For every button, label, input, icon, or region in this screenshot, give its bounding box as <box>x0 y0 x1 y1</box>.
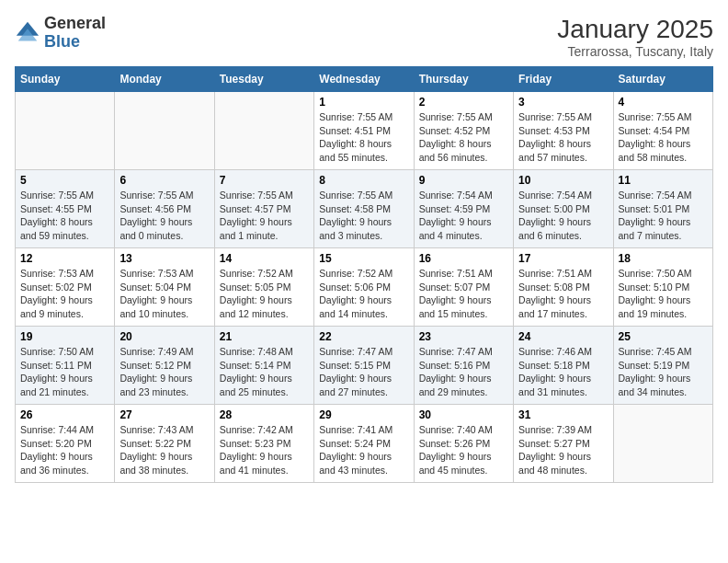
day-number: 24 <box>518 330 608 343</box>
day-info: Sunrise: 7:55 AM Sunset: 4:53 PM Dayligh… <box>518 110 608 165</box>
calendar-cell: 20Sunrise: 7:49 AM Sunset: 5:12 PM Dayli… <box>115 327 214 405</box>
day-info: Sunrise: 7:47 AM Sunset: 5:16 PM Dayligh… <box>419 345 508 399</box>
day-info: Sunrise: 7:53 AM Sunset: 5:02 PM Dayligh… <box>20 267 109 321</box>
logo-icon <box>15 20 40 46</box>
day-number: 17 <box>518 252 608 265</box>
day-info: Sunrise: 7:50 AM Sunset: 5:11 PM Dayligh… <box>20 345 109 399</box>
day-info: Sunrise: 7:47 AM Sunset: 5:15 PM Dayligh… <box>319 345 408 399</box>
logo-general-text: General <box>44 14 106 32</box>
day-info: Sunrise: 7:54 AM Sunset: 4:59 PM Dayligh… <box>419 189 508 243</box>
calendar-cell: 4Sunrise: 7:55 AM Sunset: 4:54 PM Daylig… <box>613 92 712 170</box>
calendar-cell: 19Sunrise: 7:50 AM Sunset: 5:11 PM Dayli… <box>16 327 115 405</box>
weekday-header: Sunday <box>16 67 115 92</box>
calendar-cell: 24Sunrise: 7:46 AM Sunset: 5:18 PM Dayli… <box>514 327 613 405</box>
day-number: 23 <box>419 330 508 343</box>
day-number: 13 <box>119 252 209 265</box>
day-info: Sunrise: 7:52 AM Sunset: 5:06 PM Dayligh… <box>319 267 408 321</box>
calendar-week-row: 26Sunrise: 7:44 AM Sunset: 5:20 PM Dayli… <box>16 405 713 483</box>
day-info: Sunrise: 7:48 AM Sunset: 5:14 PM Dayligh… <box>220 345 309 399</box>
calendar-cell: 11Sunrise: 7:54 AM Sunset: 5:01 PM Dayli… <box>613 170 712 248</box>
day-number: 4 <box>619 96 708 109</box>
day-number: 9 <box>419 174 508 187</box>
day-number: 3 <box>518 96 608 109</box>
day-number: 10 <box>518 174 608 187</box>
calendar-cell: 12Sunrise: 7:53 AM Sunset: 5:02 PM Dayli… <box>16 248 115 327</box>
day-info: Sunrise: 7:54 AM Sunset: 5:00 PM Dayligh… <box>518 189 608 243</box>
calendar-cell <box>115 92 214 170</box>
calendar-cell: 13Sunrise: 7:53 AM Sunset: 5:04 PM Dayli… <box>115 248 214 327</box>
day-number: 28 <box>220 408 309 421</box>
day-info: Sunrise: 7:42 AM Sunset: 5:23 PM Dayligh… <box>220 423 309 477</box>
calendar-cell: 26Sunrise: 7:44 AM Sunset: 5:20 PM Dayli… <box>16 405 115 483</box>
day-info: Sunrise: 7:51 AM Sunset: 5:08 PM Dayligh… <box>518 267 608 321</box>
calendar-cell: 28Sunrise: 7:42 AM Sunset: 5:23 PM Dayli… <box>214 405 313 483</box>
day-info: Sunrise: 7:55 AM Sunset: 4:54 PM Dayligh… <box>619 110 708 165</box>
day-info: Sunrise: 7:49 AM Sunset: 5:12 PM Dayligh… <box>119 345 209 399</box>
day-info: Sunrise: 7:43 AM Sunset: 5:22 PM Dayligh… <box>119 423 209 477</box>
calendar-cell: 18Sunrise: 7:50 AM Sunset: 5:10 PM Dayli… <box>613 248 712 327</box>
calendar-cell: 23Sunrise: 7:47 AM Sunset: 5:16 PM Dayli… <box>414 327 513 405</box>
calendar-table: SundayMondayTuesdayWednesdayThursdayFrid… <box>15 66 713 483</box>
calendar-week-row: 1Sunrise: 7:55 AM Sunset: 4:51 PM Daylig… <box>16 92 713 170</box>
day-number: 19 <box>20 330 109 343</box>
day-info: Sunrise: 7:55 AM Sunset: 4:56 PM Dayligh… <box>119 189 209 243</box>
calendar-cell: 10Sunrise: 7:54 AM Sunset: 5:00 PM Dayli… <box>514 170 613 248</box>
day-info: Sunrise: 7:53 AM Sunset: 5:04 PM Dayligh… <box>119 267 209 321</box>
weekday-header: Thursday <box>414 67 513 92</box>
calendar-cell <box>613 405 712 483</box>
calendar-cell: 29Sunrise: 7:41 AM Sunset: 5:24 PM Dayli… <box>314 405 414 483</box>
day-info: Sunrise: 7:51 AM Sunset: 5:07 PM Dayligh… <box>419 267 508 321</box>
day-number: 20 <box>119 330 209 343</box>
calendar-cell: 21Sunrise: 7:48 AM Sunset: 5:14 PM Dayli… <box>214 327 313 405</box>
day-number: 22 <box>319 330 408 343</box>
day-info: Sunrise: 7:55 AM Sunset: 4:55 PM Dayligh… <box>20 189 109 243</box>
day-info: Sunrise: 7:41 AM Sunset: 5:24 PM Dayligh… <box>319 423 408 477</box>
calendar-cell: 17Sunrise: 7:51 AM Sunset: 5:08 PM Dayli… <box>514 248 613 327</box>
calendar-cell <box>16 92 115 170</box>
calendar-cell: 16Sunrise: 7:51 AM Sunset: 5:07 PM Dayli… <box>414 248 513 327</box>
calendar-cell: 6Sunrise: 7:55 AM Sunset: 4:56 PM Daylig… <box>115 170 214 248</box>
calendar-cell: 31Sunrise: 7:39 AM Sunset: 5:27 PM Dayli… <box>514 405 613 483</box>
calendar-cell: 14Sunrise: 7:52 AM Sunset: 5:05 PM Dayli… <box>214 248 313 327</box>
calendar-cell <box>214 92 313 170</box>
weekday-header: Tuesday <box>214 67 313 92</box>
calendar-header-row: SundayMondayTuesdayWednesdayThursdayFrid… <box>16 67 713 92</box>
weekday-header: Monday <box>115 67 214 92</box>
day-number: 11 <box>619 174 708 187</box>
calendar-cell: 25Sunrise: 7:45 AM Sunset: 5:19 PM Dayli… <box>613 327 712 405</box>
day-info: Sunrise: 7:44 AM Sunset: 5:20 PM Dayligh… <box>20 423 109 477</box>
page-header: General Blue January 2025 Terrarossa, Tu… <box>15 15 713 59</box>
logo-blue-text: Blue <box>44 32 80 51</box>
calendar-week-row: 12Sunrise: 7:53 AM Sunset: 5:02 PM Dayli… <box>16 248 713 327</box>
day-number: 5 <box>20 174 109 187</box>
day-info: Sunrise: 7:50 AM Sunset: 5:10 PM Dayligh… <box>619 267 708 321</box>
day-number: 25 <box>619 330 708 343</box>
calendar-cell: 9Sunrise: 7:54 AM Sunset: 4:59 PM Daylig… <box>414 170 513 248</box>
calendar-cell: 7Sunrise: 7:55 AM Sunset: 4:57 PM Daylig… <box>214 170 313 248</box>
day-info: Sunrise: 7:52 AM Sunset: 5:05 PM Dayligh… <box>220 267 309 321</box>
calendar-week-row: 5Sunrise: 7:55 AM Sunset: 4:55 PM Daylig… <box>16 170 713 248</box>
day-number: 27 <box>119 408 209 421</box>
calendar-cell: 2Sunrise: 7:55 AM Sunset: 4:52 PM Daylig… <box>414 92 513 170</box>
day-info: Sunrise: 7:55 AM Sunset: 4:57 PM Dayligh… <box>220 189 309 243</box>
day-number: 15 <box>319 252 408 265</box>
title-block: January 2025 Terrarossa, Tuscany, Italy <box>557 15 713 59</box>
day-info: Sunrise: 7:40 AM Sunset: 5:26 PM Dayligh… <box>419 423 508 477</box>
day-number: 21 <box>220 330 309 343</box>
day-number: 29 <box>319 408 408 421</box>
calendar-cell: 22Sunrise: 7:47 AM Sunset: 5:15 PM Dayli… <box>314 327 414 405</box>
calendar-cell: 5Sunrise: 7:55 AM Sunset: 4:55 PM Daylig… <box>16 170 115 248</box>
day-info: Sunrise: 7:45 AM Sunset: 5:19 PM Dayligh… <box>619 345 708 399</box>
calendar-cell: 1Sunrise: 7:55 AM Sunset: 4:51 PM Daylig… <box>314 92 414 170</box>
calendar-cell: 15Sunrise: 7:52 AM Sunset: 5:06 PM Dayli… <box>314 248 414 327</box>
logo: General Blue <box>15 15 106 52</box>
calendar-cell: 30Sunrise: 7:40 AM Sunset: 5:26 PM Dayli… <box>414 405 513 483</box>
day-number: 8 <box>319 174 408 187</box>
weekday-header: Saturday <box>613 67 712 92</box>
weekday-header: Friday <box>514 67 613 92</box>
day-number: 14 <box>220 252 309 265</box>
day-number: 16 <box>419 252 508 265</box>
calendar-cell: 8Sunrise: 7:55 AM Sunset: 4:58 PM Daylig… <box>314 170 414 248</box>
location-text: Terrarossa, Tuscany, Italy <box>557 44 713 59</box>
day-number: 31 <box>518 408 608 421</box>
